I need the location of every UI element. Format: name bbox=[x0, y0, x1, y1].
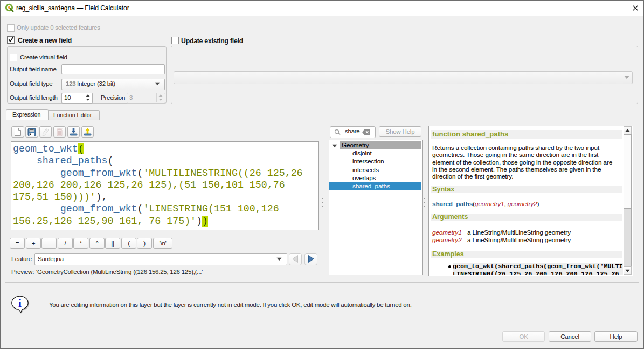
svg-text:i: i bbox=[18, 297, 22, 310]
